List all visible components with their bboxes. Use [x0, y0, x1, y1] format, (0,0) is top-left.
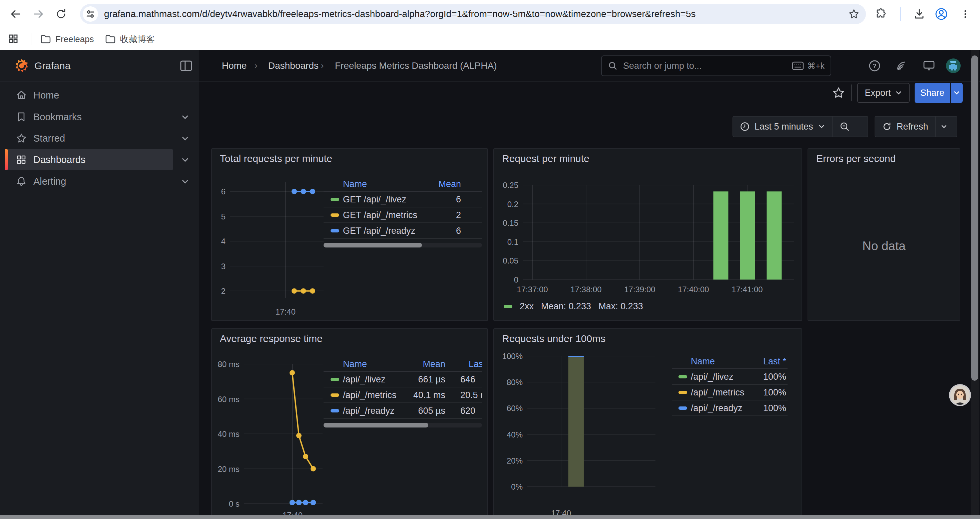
- header-divider: [0, 81, 980, 82]
- site-settings-icon[interactable]: [83, 6, 98, 22]
- share-button[interactable]: Share: [915, 83, 950, 103]
- legend-row[interactable]: GET /api/_/livez6: [323, 192, 482, 208]
- page-scrollbar-thumb[interactable]: [971, 56, 978, 381]
- zoom-out-button[interactable]: [832, 117, 857, 137]
- svg-text:3: 3: [221, 262, 226, 271]
- legend-row[interactable]: /api/_/metrics40.1 ms20.5 r: [323, 387, 482, 403]
- legend-row[interactable]: /api/_/metrics100%: [672, 385, 788, 401]
- downloads-icon[interactable]: [912, 7, 927, 21]
- browser-menu-icon[interactable]: [958, 7, 973, 21]
- svg-text:?: ?: [873, 62, 877, 69]
- bookmarks-divider: [31, 34, 31, 45]
- series-chip: [331, 229, 339, 232]
- legend-col-name[interactable]: Name: [343, 179, 367, 189]
- legend-row[interactable]: /api/_/livez661 µs646: [323, 372, 482, 387]
- series-name: /api/_/livez: [343, 374, 386, 385]
- legend-row[interactable]: /api/_/readyz100%: [672, 401, 788, 416]
- sidebar-item-bookmarks[interactable]: Bookmarks: [5, 106, 194, 128]
- legend-scrollbar-thumb[interactable]: [323, 243, 422, 248]
- legend-col-name[interactable]: Name: [343, 359, 367, 369]
- extensions-icon[interactable]: [873, 7, 888, 21]
- legend-scrollbar-thumb[interactable]: [323, 423, 428, 428]
- breadcrumb-home[interactable]: Home: [222, 61, 247, 71]
- browser-reload-button[interactable]: [54, 7, 68, 21]
- bookmark-folder-blogs[interactable]: 收藏博客: [101, 31, 159, 48]
- folder-icon: [105, 35, 115, 43]
- legend-row[interactable]: /api/_/livez100%: [672, 369, 788, 385]
- series-name: /api/_/metrics: [343, 390, 396, 400]
- series-value: 40.1 ms: [413, 390, 445, 400]
- address-bar[interactable]: grafana.mathmast.com/d/deytv4rwavabkb/fr…: [80, 4, 866, 24]
- breadcrumb-dashboards[interactable]: Dashboards: [268, 61, 318, 71]
- page-scrollbar-track[interactable]: [970, 50, 978, 519]
- svg-text:0%: 0%: [511, 482, 523, 491]
- export-button[interactable]: Export: [857, 83, 910, 103]
- profile-icon[interactable]: [934, 7, 949, 21]
- time-range-picker[interactable]: Last 5 minutes: [733, 117, 832, 137]
- svg-text:80%: 80%: [507, 378, 523, 387]
- search-input[interactable]: Search or jump to... ⌘+k: [601, 56, 831, 76]
- legend-row[interactable]: /api/_/readyz605 µs620: [323, 403, 482, 419]
- series-value: 661 µs: [418, 374, 445, 385]
- share-menu-button[interactable]: [951, 83, 963, 103]
- refresh-icon: [882, 121, 892, 132]
- legend-inline[interactable]: 2xx Mean: 0.233 Max: 0.233: [504, 301, 643, 311]
- keyboard-icon: [792, 61, 804, 70]
- svg-text:0.2: 0.2: [508, 200, 519, 209]
- svg-text:20 ms: 20 ms: [218, 465, 240, 474]
- search-shortcut: ⌘+k: [792, 61, 824, 71]
- bookmark-folder-freeleaps[interactable]: Freeleaps: [36, 31, 99, 48]
- legend-col-name[interactable]: Name: [691, 356, 715, 367]
- svg-text:0.05: 0.05: [503, 256, 519, 265]
- apps-grid-icon[interactable]: [6, 31, 21, 46]
- legend-col[interactable]: Mean: [438, 179, 461, 189]
- legend-scrollbar[interactable]: [323, 423, 482, 428]
- bar-chart[interactable]: 0.250.20.150.10.05017:37:0017:38:0017:39…: [494, 149, 802, 320]
- toolbar-divider: [900, 7, 900, 21]
- sidebar-item-home[interactable]: Home: [5, 85, 194, 106]
- url-text[interactable]: grafana.mathmast.com/d/deytv4rwavabkb/fr…: [104, 9, 846, 19]
- legend-scrollbar[interactable]: [323, 243, 482, 248]
- bookmarks-bar: Freeleaps 收藏博客: [0, 28, 980, 50]
- series-value: 6: [456, 194, 461, 204]
- series-name: /api/_/readyz: [691, 403, 743, 413]
- breadcrumb-current: Freeleaps Metrics Dashboard (ALPHA): [335, 61, 497, 71]
- legend-row[interactable]: GET /api/_/readyz6: [323, 223, 482, 239]
- svg-text:17:38:00: 17:38:00: [570, 285, 601, 294]
- sidebar-item-label: Alerting: [33, 176, 66, 187]
- chevron-down-icon: [953, 89, 960, 96]
- svg-text:0.15: 0.15: [503, 219, 519, 227]
- grafana-logo[interactable]: [14, 58, 29, 74]
- grid-icon: [16, 154, 27, 165]
- panel-errors-per-second: Errors per second No data: [808, 148, 960, 321]
- favorite-star-icon[interactable]: [832, 86, 845, 99]
- folder-icon: [41, 35, 51, 43]
- user-avatar[interactable]: [945, 57, 962, 74]
- time-controls: Last 5 minutes: [732, 116, 868, 137]
- series-chip: [678, 375, 687, 378]
- bookmark-star-icon[interactable]: [846, 7, 861, 21]
- sidebar-item-dashboards[interactable]: Dashboards: [5, 149, 173, 170]
- help-icon[interactable]: ?: [866, 57, 883, 74]
- series-max: Max: 0.233: [598, 301, 643, 311]
- browser-forward-button[interactable]: [31, 7, 46, 21]
- news-rss-icon[interactable]: [893, 57, 910, 74]
- sidebar-item-alerting[interactable]: Alerting: [5, 171, 194, 192]
- browser-back-button[interactable]: [8, 7, 23, 21]
- horizontal-scrollbar[interactable]: [0, 515, 980, 519]
- chevron-down-icon: [818, 123, 825, 130]
- sidebar-item-starred[interactable]: Starred: [5, 128, 194, 149]
- refresh-button[interactable]: Refresh: [875, 117, 935, 137]
- legend-col[interactable]: Mean: [423, 359, 445, 369]
- legend-col[interactable]: Las: [469, 359, 482, 369]
- svg-text:0: 0: [514, 275, 519, 284]
- assistant-avatar[interactable]: [949, 384, 971, 406]
- panel-title[interactable]: Errors per second: [816, 153, 896, 164]
- refresh-interval-button[interactable]: [935, 117, 952, 137]
- kiosk-monitor-icon[interactable]: [921, 57, 937, 74]
- chevron-down-icon: [181, 113, 189, 121]
- legend-row[interactable]: GET /api/_/metrics2: [323, 208, 482, 223]
- sidebar-toggle-icon[interactable]: [180, 59, 193, 72]
- series-chip: [504, 305, 512, 308]
- legend-col[interactable]: Last *: [763, 356, 786, 367]
